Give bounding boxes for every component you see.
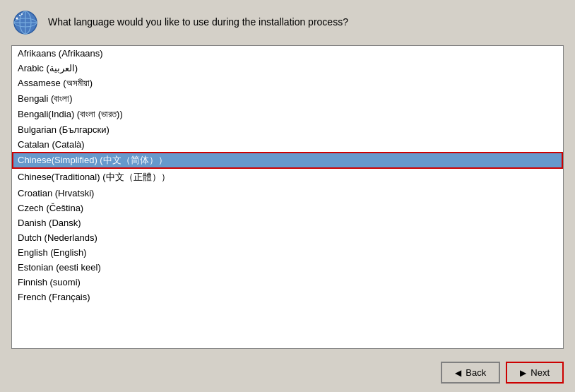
list-item[interactable]: Estonian (eesti keel): [12, 260, 563, 275]
list-item[interactable]: Arabic (العربية): [12, 61, 563, 76]
next-arrow-icon: ▶: [520, 368, 526, 378]
footer: ◀ Back ▶ Next: [0, 356, 575, 392]
back-arrow-icon: ◀: [455, 368, 461, 378]
list-item[interactable]: Bengali (বাংলা): [12, 91, 563, 107]
list-item[interactable]: Bengali(India) (বাংলা (ভারত)): [12, 107, 563, 122]
list-item[interactable]: Czech (Čeština): [12, 201, 563, 215]
header: What language would you like to use duri…: [0, 0, 575, 45]
language-list-container: Afrikaans (Afrikaans)Arabic (العربية)Ass…: [11, 45, 564, 349]
list-item[interactable]: Chinese(Traditional) (中文（正體））: [12, 169, 563, 186]
back-label: Back: [466, 367, 486, 378]
list-item[interactable]: Chinese(Simplified) (中文（简体））: [12, 152, 563, 169]
list-item[interactable]: French (Français): [12, 290, 563, 304]
svg-point-6: [19, 15, 20, 16]
language-list[interactable]: Afrikaans (Afrikaans)Arabic (العربية)Ass…: [12, 46, 563, 348]
list-item[interactable]: Croatian (Hrvatski): [12, 186, 563, 201]
back-button[interactable]: ◀ Back: [441, 362, 500, 384]
header-question: What language would you like to use duri…: [48, 16, 348, 30]
list-item[interactable]: Finnish (suomi): [12, 275, 563, 290]
main-content: Afrikaans (Afrikaans)Arabic (العربية)Ass…: [0, 45, 575, 356]
list-item[interactable]: Afrikaans (Afrikaans): [12, 46, 563, 61]
header-icon: [11, 8, 40, 37]
list-item[interactable]: English (English): [12, 245, 563, 260]
svg-point-5: [16, 18, 18, 20]
list-item[interactable]: Danish (Dansk): [12, 215, 563, 230]
list-item[interactable]: Bulgarian (Български): [12, 122, 563, 137]
list-item[interactable]: Catalan (Català): [12, 137, 563, 152]
list-item[interactable]: Dutch (Nederlands): [12, 230, 563, 245]
next-label: Next: [530, 367, 550, 378]
next-button[interactable]: ▶ Next: [506, 362, 564, 384]
list-item[interactable]: Assamese (অসমীয়া): [12, 76, 563, 91]
svg-point-7: [21, 13, 23, 15]
